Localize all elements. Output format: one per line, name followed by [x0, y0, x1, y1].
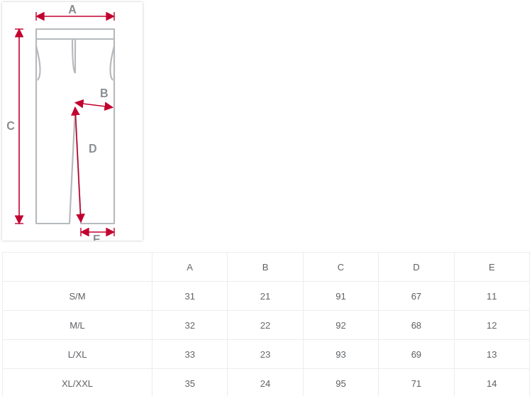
value-cell: 11 [454, 282, 529, 311]
header-blank [3, 253, 153, 282]
value-cell: 21 [228, 282, 303, 311]
diagram-label-b: B [100, 87, 109, 99]
svg-line-8 [75, 109, 81, 221]
svg-line-7 [77, 103, 111, 107]
header-d: D [379, 253, 454, 282]
value-cell: 14 [454, 369, 529, 397]
header-b: B [228, 253, 303, 282]
value-cell: 33 [153, 340, 228, 369]
table-row: XL/XXL 35 24 95 71 14 [3, 369, 530, 397]
value-cell: 32 [153, 311, 228, 340]
value-cell: 71 [379, 369, 454, 397]
value-cell: 35 [153, 369, 228, 397]
value-cell: 68 [379, 311, 454, 340]
value-cell: 24 [228, 369, 303, 397]
size-table: A B C D E S/M 31 21 91 67 11 M/L 32 22 9… [2, 252, 530, 396]
header-c: C [303, 253, 378, 282]
diagram-label-e: E [93, 233, 101, 241]
pants-svg: A C B D E [2, 2, 143, 241]
header-a: A [153, 253, 228, 282]
size-cell: M/L [3, 311, 153, 340]
value-cell: 69 [379, 340, 454, 369]
value-cell: 67 [379, 282, 454, 311]
value-cell: 95 [303, 369, 378, 397]
value-cell: 31 [153, 282, 228, 311]
table-header-row: A B C D E [3, 253, 530, 282]
table-row: S/M 31 21 91 67 11 [3, 282, 530, 311]
value-cell: 23 [228, 340, 303, 369]
pants-diagram: A C B D E [2, 2, 143, 241]
svg-rect-0 [36, 29, 114, 39]
size-cell: S/M [3, 282, 153, 311]
value-cell: 22 [228, 311, 303, 340]
size-cell: XL/XXL [3, 369, 153, 397]
value-cell: 12 [454, 311, 529, 340]
header-e: E [454, 253, 529, 282]
diagram-label-c: C [6, 120, 15, 132]
size-cell: L/XL [3, 340, 153, 369]
value-cell: 93 [303, 340, 378, 369]
value-cell: 91 [303, 282, 378, 311]
table-row: L/XL 33 23 93 69 13 [3, 340, 530, 369]
diagram-label-d: D [89, 143, 97, 155]
value-cell: 92 [303, 311, 378, 340]
value-cell: 13 [454, 340, 529, 369]
diagram-label-a: A [68, 4, 77, 16]
table-row: M/L 32 22 92 68 12 [3, 311, 530, 340]
